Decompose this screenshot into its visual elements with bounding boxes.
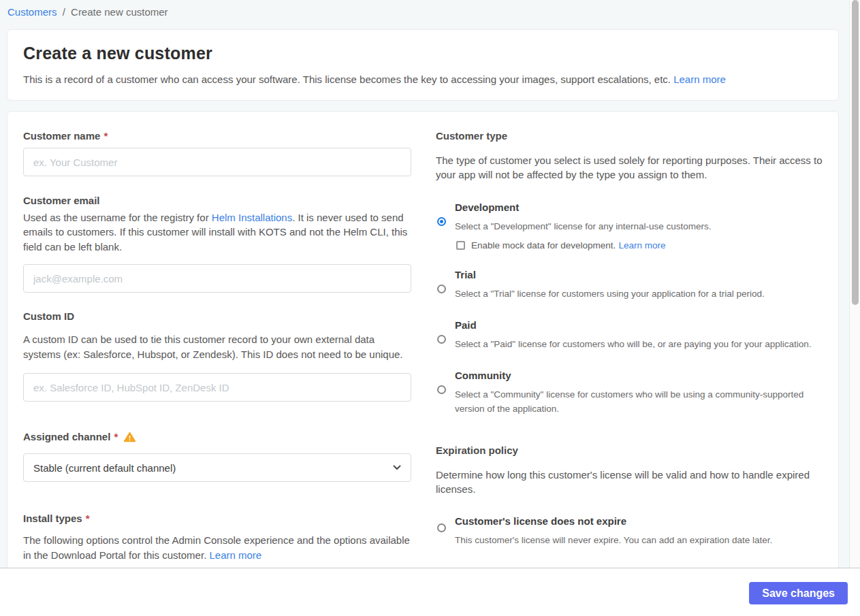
install-types-label-text: Install types xyxy=(23,513,82,524)
customer-type-section: Customer type The type of customer you s… xyxy=(436,130,824,416)
customer-form-card: Customer name * Customer email Used as t… xyxy=(7,111,839,587)
customer-name-label-text: Customer name xyxy=(23,130,100,142)
breadcrumb: Customers / Create new customer xyxy=(0,0,860,18)
install-types-learn-more-link[interactable]: Learn more xyxy=(209,549,261,561)
mock-data-learn-more-link[interactable]: Learn more xyxy=(618,240,665,250)
no-expire-title: Customer's license does not expire xyxy=(455,515,824,527)
expiration-policy-section: Expiration policy Determine how long thi… xyxy=(436,444,824,587)
page-description: This is a record of a customer who can a… xyxy=(23,74,823,85)
no-expire-radio[interactable] xyxy=(437,523,446,532)
development-title: Development xyxy=(455,201,824,213)
customer-type-heading: Customer type xyxy=(436,130,824,142)
customer-type-options: Development Select a "Development" licen… xyxy=(436,201,824,416)
customer-email-help-text: Used as the username for the registry fo… xyxy=(23,212,212,223)
assigned-channel-label: Assigned channel * xyxy=(23,431,411,442)
paid-radio[interactable] xyxy=(437,335,446,344)
custom-id-field: Custom ID A custom ID can be used to tie… xyxy=(23,310,411,402)
custom-id-help: A custom ID can be used to tie this cust… xyxy=(23,332,411,361)
warning-icon xyxy=(124,432,136,442)
breadcrumb-current: Create new customer xyxy=(71,6,168,18)
expiration-option-no-expire: Customer's license does not expire This … xyxy=(436,515,824,547)
install-types-field: Install types * The following options co… xyxy=(23,513,411,562)
page-description-text: This is a record of a customer who can a… xyxy=(23,74,671,85)
customer-type-option-development: Development Select a "Development" licen… xyxy=(436,201,824,250)
customer-name-field: Customer name * xyxy=(23,130,411,176)
customer-email-input[interactable] xyxy=(23,264,411,293)
trial-title: Trial xyxy=(455,269,824,280)
mock-data-checkbox-row: Enable mock data for development. Learn … xyxy=(455,240,824,250)
footer-action-bar: Save changes xyxy=(0,568,860,616)
customer-name-input[interactable] xyxy=(23,148,411,176)
expiration-policy-heading: Expiration policy xyxy=(436,444,824,456)
no-expire-description: This customer's license will never expir… xyxy=(455,534,824,547)
breadcrumb-customers-link[interactable]: Customers xyxy=(7,6,57,18)
trial-radio[interactable] xyxy=(437,285,446,293)
mock-data-checkbox[interactable] xyxy=(456,241,465,250)
customer-email-label: Customer email xyxy=(23,195,411,206)
paid-description: Select a "Paid" license for customers wh… xyxy=(455,338,824,351)
required-asterisk: * xyxy=(86,513,90,524)
customer-email-help: Used as the username for the registry fo… xyxy=(23,210,411,254)
expiration-policy-description: Determine how long this customer's licen… xyxy=(436,468,824,497)
save-button[interactable]: Save changes xyxy=(749,582,848,604)
custom-id-label: Custom ID xyxy=(23,310,411,322)
community-description: Select a "Community" license for custome… xyxy=(455,388,824,416)
development-description: Select a "Development" license for any i… xyxy=(455,220,824,233)
custom-id-input[interactable] xyxy=(23,373,411,402)
customer-type-option-community: Community Select a "Community" license f… xyxy=(436,370,824,416)
chevron-down-icon xyxy=(393,465,401,470)
page-title: Create a new customer xyxy=(23,44,823,63)
assigned-channel-value: Stable (current default channel) xyxy=(33,462,176,474)
install-types-label: Install types * xyxy=(23,513,411,524)
community-radio[interactable] xyxy=(437,385,446,394)
development-radio[interactable] xyxy=(437,217,446,226)
helm-installations-link[interactable]: Helm Installations xyxy=(212,212,292,223)
customer-email-label-text: Customer email xyxy=(23,195,100,206)
assigned-channel-select[interactable]: Stable (current default channel) xyxy=(23,453,411,482)
community-title: Community xyxy=(455,370,824,381)
paid-title: Paid xyxy=(455,319,824,331)
mock-data-checkbox-label: Enable mock data for development. xyxy=(471,240,616,250)
scrollbar-thumb[interactable] xyxy=(852,0,859,305)
form-right-column: Customer type The type of customer you s… xyxy=(436,130,824,568)
customer-email-field: Customer email Used as the username for … xyxy=(23,195,411,293)
breadcrumb-separator: / xyxy=(63,6,65,18)
assigned-channel-field: Assigned channel * Stable (current defau… xyxy=(23,431,411,482)
vertical-scrollbar[interactable] xyxy=(849,0,860,568)
header-learn-more-link[interactable]: Learn more xyxy=(673,74,726,85)
required-asterisk: * xyxy=(114,431,118,442)
required-asterisk: * xyxy=(103,130,108,142)
assigned-channel-label-text: Assigned channel xyxy=(23,431,110,442)
trial-description: Select a "Trial" license for customers u… xyxy=(455,287,824,301)
customer-type-option-trial: Trial Select a "Trial" license for custo… xyxy=(436,269,824,301)
customer-type-description: The type of customer you select is used … xyxy=(436,153,824,182)
install-types-help: The following options control the Admin … xyxy=(23,533,411,562)
form-left-column: Customer name * Customer email Used as t… xyxy=(23,130,411,568)
page-header-card: Create a new customer This is a record o… xyxy=(7,29,839,101)
custom-id-label-text: Custom ID xyxy=(23,310,74,322)
customer-type-option-paid: Paid Select a "Paid" license for custome… xyxy=(436,319,824,351)
customer-name-label: Customer name * xyxy=(23,130,411,142)
